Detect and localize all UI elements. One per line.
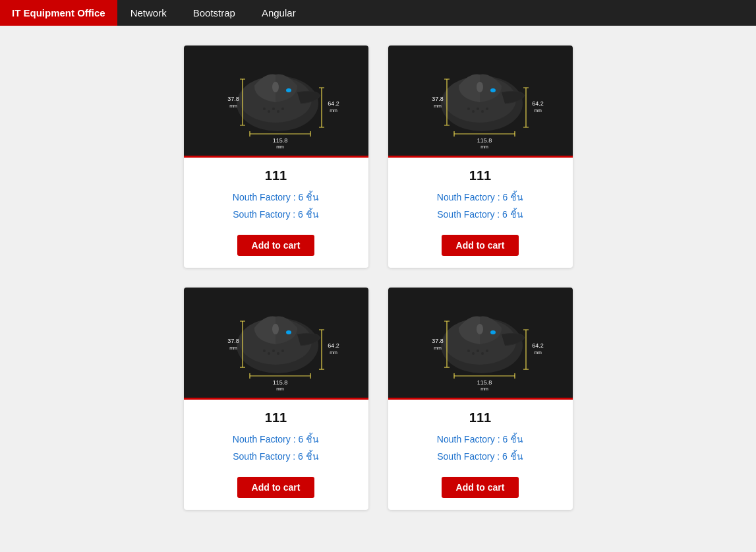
product-name-1: 111 xyxy=(265,168,287,183)
svg-point-50 xyxy=(272,324,279,334)
svg-text:64.2: 64.2 xyxy=(328,100,339,107)
svg-text:37.8: 37.8 xyxy=(227,96,239,102)
svg-text:mm: mm xyxy=(330,108,337,113)
product-body-1: 111 Nouth Factory : 6 ชิ้น South Factory… xyxy=(184,158,368,268)
svg-point-80 xyxy=(486,350,488,352)
svg-point-31 xyxy=(481,110,484,113)
nav-links: Network Bootstrap Angular xyxy=(117,0,309,26)
svg-text:mm: mm xyxy=(276,144,284,149)
svg-text:mm: mm xyxy=(434,346,442,350)
product-card-4: 37.8 mm 115.8 mm 64.2 mm 111 Nouth xyxy=(388,288,573,510)
svg-point-76 xyxy=(467,350,470,352)
svg-point-26 xyxy=(477,82,483,92)
svg-point-29 xyxy=(472,110,475,113)
svg-text:115.8: 115.8 xyxy=(273,379,288,386)
svg-point-5 xyxy=(268,110,270,113)
product-name-2: 111 xyxy=(469,168,491,183)
svg-text:115.8: 115.8 xyxy=(477,379,492,386)
product-name-4: 111 xyxy=(469,410,491,425)
product-name-3: 111 xyxy=(265,410,287,425)
nav-link-bootstrap[interactable]: Bootstrap xyxy=(180,0,248,26)
svg-point-74 xyxy=(477,324,483,334)
svg-text:64.2: 64.2 xyxy=(328,342,339,349)
svg-text:mm: mm xyxy=(534,350,542,355)
svg-text:mm: mm xyxy=(434,104,442,108)
svg-point-7 xyxy=(277,110,279,113)
svg-point-6 xyxy=(272,107,275,110)
add-to-cart-button-1[interactable]: Add to cart xyxy=(237,235,315,256)
svg-text:37.8: 37.8 xyxy=(432,96,444,102)
svg-point-8 xyxy=(281,107,284,110)
svg-point-32 xyxy=(486,107,488,110)
svg-point-51 xyxy=(286,330,291,334)
product-image-3: 37.8 mm 115.8 mm 64.2 mm xyxy=(184,288,368,400)
svg-point-79 xyxy=(481,352,484,355)
product-body-2: 111 Nouth Factory : 6 ชิ้น South Factory… xyxy=(388,158,573,268)
product-card-1: 37.8 mm 115.8 mm 64.2 mm 111 xyxy=(184,46,368,268)
add-to-cart-button-2[interactable]: Add to cart xyxy=(442,235,519,256)
south-factory-3: South Factory : 6 ชิ้น xyxy=(233,449,319,464)
product-body-4: 111 Nouth Factory : 6 ชิ้น South Factory… xyxy=(388,400,573,510)
svg-text:64.2: 64.2 xyxy=(532,342,544,349)
product-image-1: 37.8 mm 115.8 mm 64.2 mm xyxy=(184,46,368,158)
product-row-2: 37.8 mm 115.8 mm 64.2 mm 111 Nouth xyxy=(40,288,716,510)
svg-text:115.8: 115.8 xyxy=(477,137,492,144)
svg-point-28 xyxy=(467,107,470,110)
svg-point-30 xyxy=(477,107,479,110)
svg-point-3 xyxy=(286,88,291,92)
svg-point-4 xyxy=(263,107,266,110)
nav-link-angular[interactable]: Angular xyxy=(248,0,309,26)
nouth-factory-4: Nouth Factory : 6 ชิ้น xyxy=(437,432,523,446)
navbar: IT Equipment Office Network Bootstrap An… xyxy=(0,0,756,26)
svg-text:mm: mm xyxy=(276,386,284,391)
svg-text:mm: mm xyxy=(330,350,337,355)
svg-point-54 xyxy=(272,350,275,352)
svg-point-27 xyxy=(490,88,496,92)
product-row-1: 37.8 mm 115.8 mm 64.2 mm 111 xyxy=(40,46,716,268)
product-body-3: 111 Nouth Factory : 6 ชิ้น South Factory… xyxy=(184,400,368,510)
svg-text:115.8: 115.8 xyxy=(273,137,288,144)
svg-text:mm: mm xyxy=(480,386,488,391)
svg-text:mm: mm xyxy=(480,144,488,149)
nav-link-network[interactable]: Network xyxy=(117,0,180,26)
svg-point-55 xyxy=(277,352,279,355)
svg-point-52 xyxy=(263,350,266,352)
nouth-factory-1: Nouth Factory : 6 ชิ้น xyxy=(233,190,319,204)
south-factory-4: South Factory : 6 ชิ้น xyxy=(437,449,523,464)
svg-point-78 xyxy=(477,350,479,352)
product-card-2: 37.8 mm 115.8 mm 64.2 mm 111 Nouth xyxy=(388,46,573,268)
svg-point-77 xyxy=(472,352,475,355)
svg-text:37.8: 37.8 xyxy=(432,338,444,344)
south-factory-1: South Factory : 6 ชิ้น xyxy=(233,207,319,222)
nav-brand[interactable]: IT Equipment Office xyxy=(0,0,117,26)
svg-text:mm: mm xyxy=(534,108,542,113)
svg-point-53 xyxy=(268,352,270,355)
nouth-factory-2: Nouth Factory : 6 ชิ้น xyxy=(437,190,523,204)
svg-text:37.8: 37.8 xyxy=(227,338,239,344)
svg-text:64.2: 64.2 xyxy=(532,100,544,107)
add-to-cart-button-4[interactable]: Add to cart xyxy=(442,477,519,498)
svg-text:mm: mm xyxy=(229,346,237,350)
nouth-factory-3: Nouth Factory : 6 ชิ้น xyxy=(233,432,319,446)
main-content: 37.8 mm 115.8 mm 64.2 mm 111 xyxy=(0,26,756,530)
product-card-3: 37.8 mm 115.8 mm 64.2 mm 111 Nouth xyxy=(184,288,368,510)
add-to-cart-button-3[interactable]: Add to cart xyxy=(237,477,315,498)
south-factory-2: South Factory : 6 ชิ้น xyxy=(437,207,523,222)
svg-point-56 xyxy=(281,350,284,352)
product-image-2: 37.8 mm 115.8 mm 64.2 mm xyxy=(388,46,573,158)
product-image-4: 37.8 mm 115.8 mm 64.2 mm xyxy=(388,288,573,400)
svg-point-2 xyxy=(272,82,279,92)
svg-text:mm: mm xyxy=(229,104,237,108)
svg-point-75 xyxy=(490,330,496,334)
